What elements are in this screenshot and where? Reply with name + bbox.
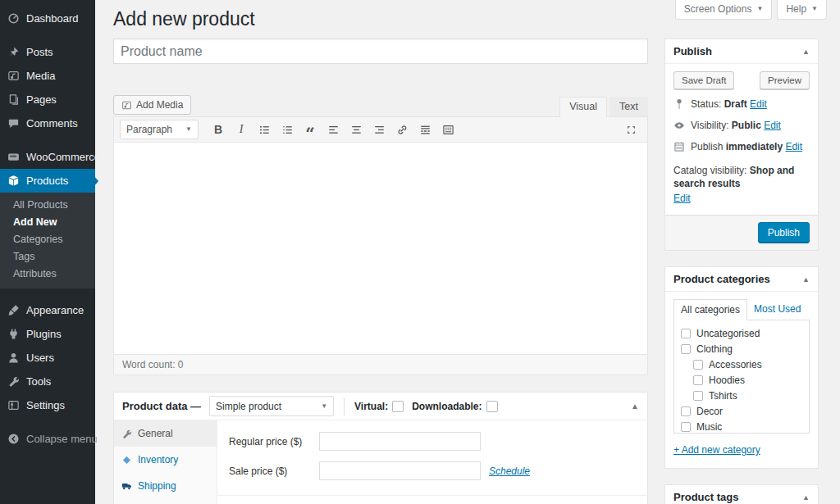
pushpin-icon bbox=[7, 46, 20, 58]
toolbar-toggle-button[interactable] bbox=[437, 120, 459, 139]
edit-catalog-visibility-link[interactable]: Edit bbox=[673, 192, 691, 205]
edit-publish-time-link[interactable]: Edit bbox=[785, 141, 802, 152]
align-left-button[interactable] bbox=[322, 120, 344, 139]
checkbox[interactable] bbox=[681, 344, 691, 354]
sidebar-item-plugins[interactable]: Plugins bbox=[0, 322, 95, 346]
save-draft-button[interactable]: Save Draft bbox=[673, 71, 734, 89]
add-media-button[interactable]: Add Media bbox=[113, 95, 191, 115]
sidebar-item-media[interactable]: Media bbox=[0, 64, 95, 88]
submenu-categories[interactable]: Categories bbox=[0, 231, 95, 248]
read-more-button[interactable] bbox=[414, 120, 436, 139]
submenu-all-products[interactable]: All Products bbox=[0, 197, 95, 214]
category-row-music[interactable]: Music bbox=[681, 421, 802, 433]
help-button[interactable]: Help ▼ bbox=[777, 0, 827, 20]
collapse-toggle-icon[interactable]: ▲ bbox=[802, 493, 810, 502]
blockquote-button[interactable]: “ bbox=[299, 120, 321, 139]
category-row-hoodies[interactable]: Hoodies bbox=[693, 375, 802, 386]
sidebar-item-collapse-menu[interactable]: Collapse menu bbox=[0, 427, 95, 451]
checkbox[interactable] bbox=[693, 360, 703, 370]
product-data-title: Product data — bbox=[122, 400, 201, 412]
panel-toggle-icon[interactable]: ▲ bbox=[631, 402, 639, 411]
visibility-value: Public bbox=[732, 120, 761, 131]
virtual-label: Virtual: bbox=[354, 401, 388, 412]
align-center-icon bbox=[350, 124, 363, 136]
sidebar-item-woocommerce[interactable]: WooCommerce bbox=[0, 145, 95, 169]
regular-price-input[interactable] bbox=[319, 432, 481, 451]
sidebar-item-tools[interactable]: Tools bbox=[0, 370, 95, 393]
sidebar-item-settings[interactable]: Settings bbox=[0, 393, 95, 417]
screen-options-button[interactable]: Screen Options ▼ bbox=[675, 0, 773, 20]
add-media-label: Add Media bbox=[136, 99, 183, 111]
publish-time-text: Publish immediately Edit bbox=[691, 141, 802, 153]
editor-content-area[interactable] bbox=[114, 143, 647, 354]
checkbox[interactable] bbox=[693, 391, 703, 401]
paragraph-format-select[interactable]: Paragraph ▼ bbox=[120, 120, 199, 139]
tab-inventory[interactable]: Inventory bbox=[114, 447, 217, 473]
media-icon bbox=[121, 100, 132, 111]
checkbox[interactable] bbox=[681, 329, 691, 338]
bold-button[interactable]: B bbox=[208, 120, 229, 139]
sidebar-item-comments[interactable]: Comments bbox=[0, 111, 95, 135]
category-row-decor[interactable]: Decor bbox=[681, 406, 802, 417]
tab-linked-products[interactable]: Linked Products bbox=[114, 499, 217, 504]
bullet-list-button[interactable] bbox=[253, 120, 275, 139]
category-row-clothing[interactable]: Clothing bbox=[681, 343, 802, 355]
italic-button[interactable]: I bbox=[231, 120, 252, 139]
add-new-category-link[interactable]: + Add new category bbox=[673, 444, 760, 456]
collapse-arrow-icon bbox=[7, 433, 20, 445]
sale-price-label: Sale price ($) bbox=[229, 465, 319, 477]
sidebar-item-users[interactable]: Users bbox=[0, 346, 95, 370]
content-editor: Add Media Visual Text Paragraph ▼ B I bbox=[113, 93, 648, 375]
catalog-visibility-label: Catalog visibility: bbox=[673, 165, 746, 176]
checkbox[interactable] bbox=[681, 422, 691, 432]
tab-text[interactable]: Text bbox=[609, 97, 648, 116]
numbered-list-button[interactable] bbox=[276, 120, 298, 139]
submenu-add-new[interactable]: Add New bbox=[0, 214, 95, 231]
virtual-checkbox-field[interactable]: Virtual: bbox=[354, 401, 404, 412]
visibility-label: Visibility: bbox=[691, 120, 728, 131]
product-type-select[interactable]: Simple product ▼ bbox=[209, 396, 334, 416]
tab-most-used[interactable]: Most Used bbox=[747, 299, 807, 320]
category-checklist[interactable]: Uncategorised Clothing Accessories Hoodi… bbox=[673, 320, 810, 434]
category-row-tshirts[interactable]: Tshirts bbox=[693, 390, 802, 402]
submenu-tags[interactable]: Tags bbox=[0, 248, 95, 266]
checkbox[interactable] bbox=[681, 406, 691, 416]
word-count-label: Word count: bbox=[122, 359, 175, 370]
edit-visibility-link[interactable]: Edit bbox=[764, 120, 781, 131]
sidebar-item-dashboard[interactable]: Dashboard bbox=[0, 7, 95, 30]
category-row-accessories[interactable]: Accessories bbox=[693, 359, 802, 370]
collapse-toggle-icon[interactable]: ▲ bbox=[802, 275, 810, 284]
eye-icon bbox=[673, 120, 685, 131]
side-column: Publish ▲ Save Draft Preview Status: Dra… bbox=[664, 39, 819, 504]
downloadable-checkbox-field[interactable]: Downloadable: bbox=[412, 401, 497, 412]
downloadable-checkbox[interactable] bbox=[486, 401, 498, 412]
wrench-icon bbox=[121, 429, 132, 439]
collapse-toggle-icon[interactable]: ▲ bbox=[802, 48, 810, 56]
inventory-icon bbox=[121, 455, 132, 465]
align-right-button[interactable] bbox=[368, 120, 390, 139]
align-center-button[interactable] bbox=[345, 120, 367, 139]
tab-general[interactable]: General bbox=[114, 420, 217, 447]
status-label: Status: bbox=[691, 98, 721, 110]
fullscreen-button[interactable] bbox=[620, 120, 641, 139]
status-row: Status: Draft Edit bbox=[673, 98, 810, 111]
category-row-uncategorised[interactable]: Uncategorised bbox=[681, 328, 802, 339]
link-button[interactable] bbox=[391, 120, 413, 139]
sidebar-item-appearance[interactable]: Appearance bbox=[0, 298, 95, 322]
schedule-link[interactable]: Schedule bbox=[489, 465, 530, 477]
sidebar-item-products[interactable]: Products bbox=[0, 169, 95, 193]
tab-shipping[interactable]: Shipping bbox=[114, 473, 217, 499]
submenu-attributes[interactable]: Attributes bbox=[0, 266, 95, 283]
virtual-checkbox[interactable] bbox=[392, 401, 404, 412]
product-name-input[interactable] bbox=[113, 39, 648, 64]
publish-button[interactable]: Publish bbox=[758, 222, 810, 243]
edit-status-link[interactable]: Edit bbox=[750, 98, 767, 110]
visibility-row: Visibility: Public Edit bbox=[673, 120, 810, 132]
tab-all-categories[interactable]: All categories bbox=[673, 299, 747, 320]
preview-button[interactable]: Preview bbox=[760, 71, 810, 89]
sidebar-item-posts[interactable]: Posts bbox=[0, 40, 95, 64]
sidebar-item-pages[interactable]: Pages bbox=[0, 88, 95, 111]
sale-price-input[interactable] bbox=[319, 461, 481, 480]
checkbox[interactable] bbox=[693, 375, 703, 385]
tab-visual[interactable]: Visual bbox=[559, 97, 607, 117]
